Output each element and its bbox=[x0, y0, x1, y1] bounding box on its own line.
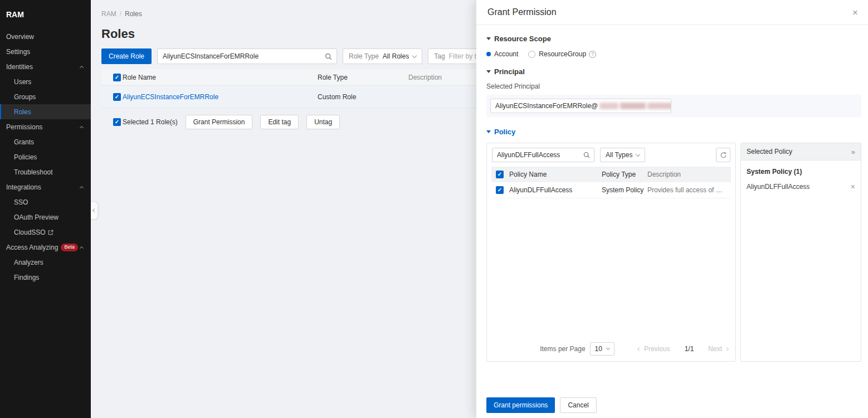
policy-type-cell: System Policy bbox=[602, 186, 647, 194]
account-radio[interactable] bbox=[486, 52, 491, 56]
policy-table: Policy Name Policy Type Description Aliy… bbox=[491, 167, 731, 198]
policy-section-header[interactable]: Policy bbox=[486, 128, 861, 136]
sidebar-item-troubleshoot[interactable]: Troubleshoot bbox=[0, 164, 91, 179]
sidebar-item-label: OAuth Preview bbox=[14, 213, 58, 221]
previous-page-button[interactable]: Previous bbox=[638, 345, 670, 353]
account-radio-label[interactable]: Account bbox=[494, 50, 518, 58]
next-page-button[interactable]: Next bbox=[708, 345, 728, 353]
remove-policy-icon[interactable] bbox=[851, 183, 855, 191]
sidebar-item-analyzers[interactable]: Analyzers bbox=[0, 255, 91, 270]
create-role-button[interactable]: Create Role bbox=[101, 48, 152, 64]
sidebar-item-label: Troubleshoot bbox=[14, 168, 53, 176]
policy-type-filter[interactable]: All Types bbox=[600, 148, 645, 162]
policy-area: All Types Policy Name Policy Type Descri… bbox=[486, 143, 861, 362]
sidebar-item-roles[interactable]: Roles bbox=[0, 104, 91, 119]
chevron-down-icon bbox=[412, 53, 417, 57]
drawer-body: Resource Scope Account ResourceGroup Pri… bbox=[476, 25, 868, 418]
refresh-button[interactable] bbox=[716, 148, 730, 162]
sidebar-item-policies[interactable]: Policies bbox=[0, 149, 91, 164]
role-search-input[interactable] bbox=[158, 52, 320, 60]
sidebar-group-label: Permissions bbox=[6, 123, 42, 131]
app-root: RAM Overview Settings Identities Users G… bbox=[0, 0, 868, 418]
grant-permission-drawer: Grant Permission Resource Scope Account … bbox=[476, 0, 868, 418]
sidebar-item-grants[interactable]: Grants bbox=[0, 134, 91, 149]
close-icon[interactable] bbox=[851, 7, 859, 18]
selected-policy-title: Selected Policy bbox=[747, 148, 792, 155]
sidebar-item-label: Users bbox=[14, 78, 31, 86]
drawer-title: Grant Permission bbox=[487, 7, 557, 17]
sidebar-group-identities[interactable]: Identities bbox=[0, 59, 91, 74]
role-type-filter[interactable]: Role Type All Roles bbox=[343, 48, 422, 64]
principal-tag[interactable]: AliyunECSInstanceForEMRRole@ ... bbox=[490, 99, 671, 113]
triangle-down-icon bbox=[486, 70, 491, 73]
filter-value: All Types bbox=[606, 151, 632, 159]
grant-permissions-submit-button[interactable]: Grant permissions bbox=[486, 397, 555, 413]
row-checkbox[interactable] bbox=[113, 93, 121, 101]
beta-badge: Beta bbox=[61, 244, 78, 251]
search-icon[interactable] bbox=[320, 49, 337, 64]
sidebar-item-label: Grants bbox=[14, 138, 34, 146]
page-indicator: 1/1 bbox=[685, 345, 694, 353]
sidebar-item-label: Policies bbox=[14, 153, 37, 161]
sidebar-item-label: Settings bbox=[6, 48, 30, 56]
untag-button[interactable]: Untag bbox=[306, 115, 340, 129]
column-header-policy-description: Description bbox=[647, 171, 731, 178]
policy-search-input[interactable] bbox=[492, 151, 579, 159]
next-label: Next bbox=[708, 345, 722, 353]
page-size-select[interactable]: 10 bbox=[590, 342, 615, 356]
sidebar-item-overview[interactable]: Overview bbox=[0, 29, 91, 44]
selected-policy-body: System Policy (1) AliyunDLFFullAccess bbox=[741, 161, 861, 198]
chevron-up-icon bbox=[80, 186, 84, 189]
sidebar-group-label: Access Analyzing bbox=[6, 244, 58, 251]
selection-checkbox[interactable] bbox=[113, 118, 121, 126]
column-header-policy-name: Policy Name bbox=[509, 171, 602, 178]
sidebar-item-label: CloudSSO bbox=[14, 229, 46, 236]
select-all-checkbox[interactable] bbox=[113, 74, 121, 81]
breadcrumb-root[interactable]: RAM bbox=[101, 10, 116, 18]
sidebar-item-label: Findings bbox=[14, 274, 39, 281]
grant-permission-button[interactable]: Grant Permission bbox=[186, 115, 253, 129]
section-title-text: Resource Scope bbox=[494, 35, 551, 43]
sidebar-group-label: Integrations bbox=[6, 183, 41, 191]
resource-group-radio-label[interactable]: ResourceGroup bbox=[539, 50, 586, 58]
refresh-icon bbox=[720, 152, 727, 159]
chevron-up-icon bbox=[80, 125, 84, 129]
sidebar-item-findings[interactable]: Findings bbox=[0, 270, 91, 285]
policy-search bbox=[492, 148, 594, 162]
sidebar-item-cloudsso[interactable]: CloudSSO bbox=[0, 225, 91, 240]
help-icon[interactable] bbox=[589, 51, 596, 58]
sidebar-nav: Overview Settings Identities Users Group… bbox=[0, 29, 91, 285]
policy-table-row[interactable]: AliyunDLFFullAccess System Policy Provid… bbox=[491, 182, 731, 198]
filter-label: Role Type bbox=[349, 52, 379, 60]
sidebar-item-sso[interactable]: SSO bbox=[0, 195, 91, 210]
sidebar-item-users[interactable]: Users bbox=[0, 74, 91, 89]
principal-section-header[interactable]: Principal bbox=[486, 67, 861, 76]
sidebar-group-access-analyzing[interactable]: Access AnalyzingBeta bbox=[0, 240, 91, 255]
sidebar-group-permissions[interactable]: Permissions bbox=[0, 119, 91, 134]
policy-select-all-checkbox[interactable] bbox=[496, 171, 504, 178]
resource-group-radio[interactable] bbox=[528, 51, 535, 58]
collapse-panel-icon[interactable] bbox=[851, 148, 855, 156]
sidebar-collapse-handle[interactable] bbox=[91, 201, 98, 220]
sidebar-item-settings[interactable]: Settings bbox=[0, 44, 91, 59]
sidebar-item-oauth-preview[interactable]: OAuth Preview bbox=[0, 210, 91, 225]
role-name-link[interactable]: AliyunECSInstanceForEMRRole bbox=[123, 93, 218, 101]
selected-policy-group-title: System Policy (1) bbox=[747, 168, 855, 176]
chevron-up-icon bbox=[80, 246, 84, 250]
items-per-page-label: Items per Page bbox=[540, 345, 585, 353]
chevron-up-icon bbox=[80, 65, 84, 69]
column-header-policy-type: Policy Type bbox=[602, 171, 647, 178]
resource-scope-section-header[interactable]: Resource Scope bbox=[486, 25, 861, 43]
role-type-cell: Custom Role bbox=[318, 93, 408, 101]
edit-tag-button[interactable]: Edit tag bbox=[260, 115, 299, 129]
policy-row-checkbox[interactable] bbox=[496, 186, 504, 194]
selected-policy-item: AliyunDLFFullAccess bbox=[747, 183, 855, 191]
sidebar-item-groups[interactable]: Groups bbox=[0, 89, 91, 104]
chevron-left-icon bbox=[92, 208, 96, 212]
drawer-footer: Grant permissions Cancel bbox=[486, 397, 597, 413]
cancel-button[interactable]: Cancel bbox=[560, 397, 596, 413]
column-header-role-type: Role Type bbox=[318, 74, 408, 81]
chevron-left-icon bbox=[637, 347, 641, 351]
sidebar-group-integrations[interactable]: Integrations bbox=[0, 179, 91, 195]
search-icon[interactable] bbox=[579, 148, 594, 162]
